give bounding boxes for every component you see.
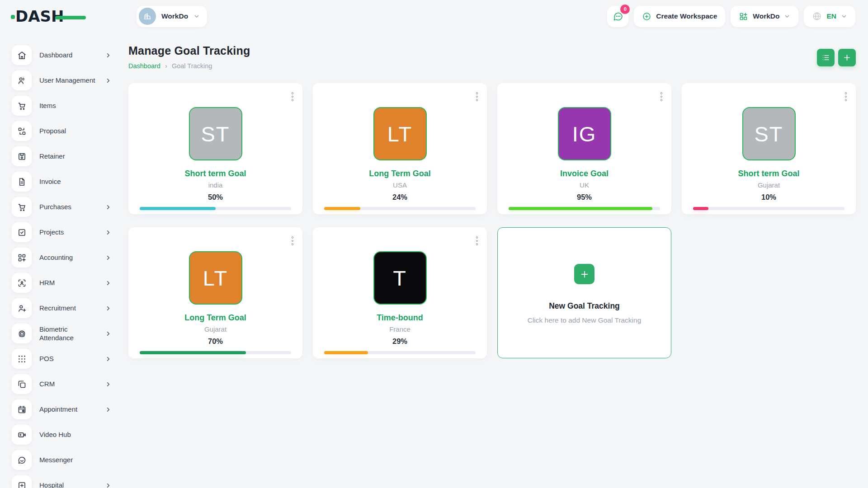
goal-percent: 24%: [392, 193, 407, 202]
card-menu-button[interactable]: [290, 90, 296, 103]
new-goal-plus-button[interactable]: [574, 264, 594, 284]
goal-name-link[interactable]: Invoice Goal: [560, 169, 609, 178]
goal-progress-fill: [140, 207, 216, 210]
kebab-dot: [845, 92, 847, 94]
sidebar-item-items[interactable]: Items: [12, 96, 117, 116]
goal-card: LT Long Term Goal Gujarat 70%: [128, 227, 302, 358]
fingerprint-icon: [12, 324, 32, 343]
chevron-right-icon: [105, 254, 112, 261]
kebab-dot: [845, 96, 847, 98]
sidebar-item-label: Projects: [39, 228, 97, 237]
sidebar-item-label: Messenger: [39, 455, 97, 465]
chevron-down-icon: [784, 13, 790, 19]
sidebar-item-invoice[interactable]: Invoice: [12, 172, 117, 192]
kebab-dot: [660, 92, 663, 94]
sidebar-item-label: Items: [39, 101, 97, 110]
goal-initials: IG: [572, 122, 597, 146]
goal-percent: 70%: [208, 337, 223, 346]
dots-grid-icon: [12, 349, 32, 369]
goal-name-link[interactable]: Short term Goal: [738, 169, 799, 178]
goal-name-link[interactable]: Long Term Goal: [369, 169, 431, 178]
list-view-button[interactable]: [817, 49, 835, 66]
sidebar-item-label: POS: [39, 354, 97, 363]
sidebar-item-label: Recruitment: [39, 304, 97, 313]
kebab-dot: [845, 99, 847, 101]
sidebar-item-appointment[interactable]: Appointment: [12, 399, 117, 419]
page-actions: [817, 49, 856, 66]
sidebar-item-crm[interactable]: CRM: [12, 374, 117, 394]
kebab-dot: [476, 92, 478, 94]
sidebar-item-label: Proposal: [39, 127, 97, 136]
chevron-right-icon: [105, 330, 112, 337]
messenger-button[interactable]: 0: [607, 6, 628, 27]
card-menu-button[interactable]: [474, 90, 480, 103]
goal-initials: LT: [203, 266, 228, 291]
goal-name-link[interactable]: Time-bound: [377, 313, 423, 323]
sidebar-item-label: Invoice: [39, 177, 97, 186]
chevron-right-icon: [105, 77, 112, 84]
sidebar-item-label: HRM: [39, 278, 97, 287]
create-workspace-label: Create Workspace: [656, 12, 717, 20]
goal-initials: ST: [201, 122, 230, 146]
kebab-dot: [476, 96, 478, 98]
card-menu-button[interactable]: [290, 235, 296, 247]
sidebar-item-accounting[interactable]: Accounting: [12, 248, 117, 267]
sidebar-item-recruitment[interactable]: Recruitment: [12, 298, 117, 318]
message-icon: [12, 450, 32, 470]
goal-avatar: T: [373, 251, 427, 305]
copy-icon: [12, 374, 32, 394]
card-menu-button[interactable]: [659, 90, 665, 103]
chevron-down-icon: [841, 13, 847, 19]
sidebar-item-projects[interactable]: Projects: [12, 222, 117, 242]
goal-card: IG Invoice Goal UK 95%: [497, 83, 671, 214]
main-content: Manage Goal Tracking Dashboard › Goal Tr…: [128, 33, 856, 358]
sidebar-item-messenger[interactable]: Messenger: [12, 450, 117, 470]
breadcrumb-current: Goal Tracking: [172, 62, 212, 70]
breadcrumb-dashboard-link[interactable]: Dashboard: [128, 62, 160, 70]
sidebar-item-retainer[interactable]: Retainer: [12, 146, 117, 166]
goal-location: Gujarat: [758, 181, 780, 189]
sidebar-item-video-hub[interactable]: Video Hub: [12, 425, 117, 445]
app-logo[interactable]: DASH: [15, 7, 83, 25]
sidebar-item-hrm[interactable]: HRM: [12, 273, 117, 293]
language-dropdown[interactable]: EN: [804, 6, 855, 27]
goal-initials: LT: [387, 122, 412, 146]
goal-percent: 29%: [392, 337, 407, 346]
sidebar-item-hospital[interactable]: Hospital: [12, 475, 117, 488]
page-header: Manage Goal Tracking Dashboard › Goal Tr…: [128, 44, 856, 70]
workspace-dropdown[interactable]: WorkDo: [731, 6, 798, 27]
sidebar-item-label: Dashboard: [39, 51, 97, 60]
kebab-dot: [292, 92, 294, 94]
kebab-dot: [476, 236, 478, 239]
create-workspace-button[interactable]: Create Workspace: [634, 6, 725, 27]
new-goal-card[interactable]: New Goal Tracking Click here to add New …: [497, 227, 671, 358]
card-menu-button[interactable]: [843, 90, 849, 103]
logo-dot: [11, 15, 15, 19]
sidebar-item-label: Biometric Attendance: [39, 325, 97, 343]
page-title: Manage Goal Tracking: [128, 44, 250, 57]
sidebar-item-proposal[interactable]: Proposal: [12, 121, 117, 141]
goal-avatar: ST: [742, 107, 796, 160]
sidebar-item-dashboard[interactable]: Dashboard: [12, 45, 117, 65]
goal-progress-track: [509, 207, 660, 210]
goal-card: ST Short term Goal Gujarat 10%: [682, 83, 856, 214]
sidebar-item-pos[interactable]: POS: [12, 349, 117, 369]
sidebar-item-biometric-attendance[interactable]: Biometric Attendance: [12, 324, 117, 343]
header-actions: 0 Create Workspace WorkDo EN: [607, 6, 855, 27]
card-menu-button[interactable]: [474, 235, 480, 247]
goal-progress-fill: [140, 351, 246, 354]
goal-name-link[interactable]: Long Term Goal: [184, 313, 246, 323]
goal-name-link[interactable]: Short term Goal: [184, 169, 246, 178]
add-goal-button[interactable]: [838, 49, 856, 66]
scan-user-icon: [12, 273, 32, 293]
calendar-icon: [12, 399, 32, 419]
chevron-right-icon: [105, 204, 112, 211]
sidebar-item-purchases[interactable]: Purchases: [12, 197, 117, 217]
sidebar-item-user-management[interactable]: User Management: [12, 70, 117, 90]
sidebar-item-label: Appointment: [39, 405, 97, 414]
user-plus-icon: [12, 298, 32, 318]
kebab-dot: [292, 240, 294, 242]
sidebar-item-label: Accounting: [39, 253, 97, 262]
workspace-switcher[interactable]: WorkDo: [137, 6, 207, 27]
plus-icon: [580, 269, 590, 279]
